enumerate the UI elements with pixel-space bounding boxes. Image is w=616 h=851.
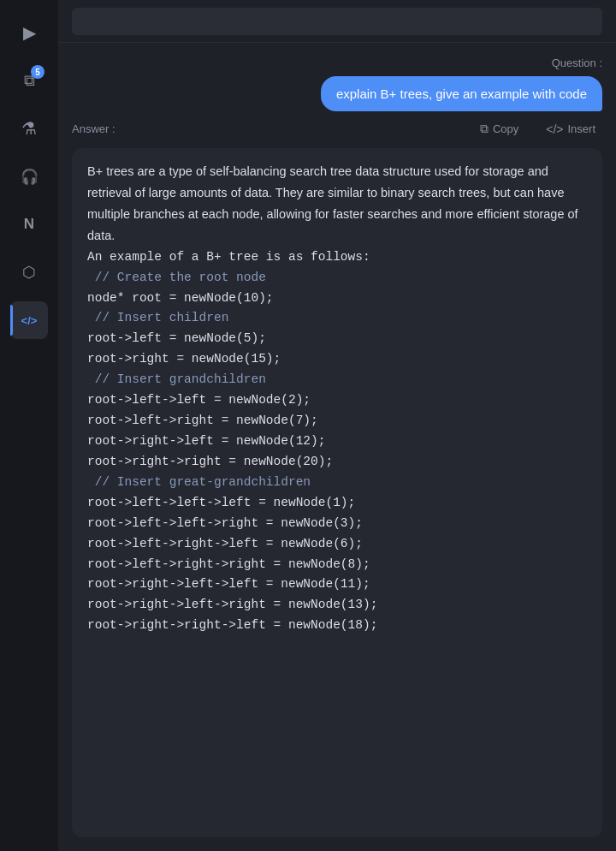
sidebar-item-code[interactable]: </> — [10, 301, 48, 339]
code-line: root->left->left->right = newNode(3); — [87, 514, 587, 534]
sidebar-item-layers[interactable]: ⧉ 5 — [10, 62, 48, 99]
code-line: root->left = newNode(5); — [87, 329, 587, 349]
sidebar-item-cube[interactable]: ⬡ — [10, 253, 48, 291]
code-line: root->right->right = newNode(20); — [87, 452, 587, 473]
code-line: root->left->left->left = newNode(1); — [87, 493, 587, 514]
sidebar-item-flask[interactable]: ⚗ — [10, 110, 48, 147]
code-line: root->left->right->left = newNode(6); — [87, 534, 587, 555]
insert-icon: </> — [546, 122, 563, 136]
active-indicator — [10, 305, 13, 336]
main-content: Question : explain B+ trees, give an exa… — [58, 0, 616, 851]
sidebar: ▶ ⧉ 5 ⚗ 🎧 N ⬡ </> — [0, 0, 58, 851]
sidebar-item-notion[interactable]: N — [10, 205, 48, 243]
notion-icon: N — [24, 216, 34, 233]
code-icon: </> — [21, 314, 38, 327]
answer-example-intro: An example of a B+ tree is as follows: — [87, 247, 587, 268]
code-line: root->left->left = newNode(2); — [87, 390, 587, 411]
copy-label: Copy — [493, 122, 518, 135]
code-line: root->left->right = newNode(7); — [87, 411, 587, 431]
code-line: // Insert children — [87, 308, 587, 329]
answer-label: Answer : — [72, 122, 116, 135]
code-line: node* root = newNode(10); — [87, 289, 587, 309]
answer-header: Answer : ⧉ Copy </> Insert — [72, 118, 602, 140]
question-bubble: explain B+ trees, give an example with c… — [321, 76, 602, 111]
code-line: root->right->left = newNode(12); — [87, 431, 587, 452]
headphones-icon: 🎧 — [21, 168, 38, 186]
copy-icon: ⧉ — [480, 122, 489, 136]
code-line: root->left->right->right = newNode(8); — [87, 555, 587, 575]
cube-icon: ⬡ — [22, 263, 36, 282]
code-line: root->right->left->right = newNode(13); — [87, 595, 587, 616]
code-block: // Create the root nodenode* root = newN… — [87, 268, 587, 637]
answer-box: B+ trees are a type of self-balancing se… — [72, 148, 602, 837]
answer-section: Answer : ⧉ Copy </> Insert B+ trees are … — [58, 118, 616, 851]
insert-button[interactable]: </> Insert — [539, 119, 602, 140]
code-line: root->right->left->left = newNode(11); — [87, 574, 587, 595]
copy-button[interactable]: ⧉ Copy — [473, 118, 525, 140]
sidebar-item-play[interactable]: ▶ — [10, 14, 48, 51]
play-icon: ▶ — [23, 22, 36, 43]
top-bar — [58, 0, 616, 43]
answer-intro: B+ trees are a type of self-balancing se… — [87, 164, 578, 242]
question-section: Question : explain B+ trees, give an exa… — [58, 43, 616, 118]
sidebar-item-headphones[interactable]: 🎧 — [10, 158, 48, 195]
question-label: Question : — [552, 57, 602, 69]
layers-badge: 5 — [31, 65, 44, 79]
code-line: root->right = newNode(15); — [87, 349, 587, 370]
code-line: root->right->right->left = newNode(18); — [87, 616, 587, 636]
flask-icon: ⚗ — [21, 118, 37, 139]
code-line: // Create the root node — [87, 268, 587, 289]
code-line: // Insert great-grandchildren — [87, 473, 587, 493]
insert-label: Insert — [567, 122, 595, 135]
code-line: // Insert grandchildren — [87, 370, 587, 390]
search-input[interactable] — [72, 8, 602, 35]
answer-actions: ⧉ Copy </> Insert — [473, 118, 602, 140]
